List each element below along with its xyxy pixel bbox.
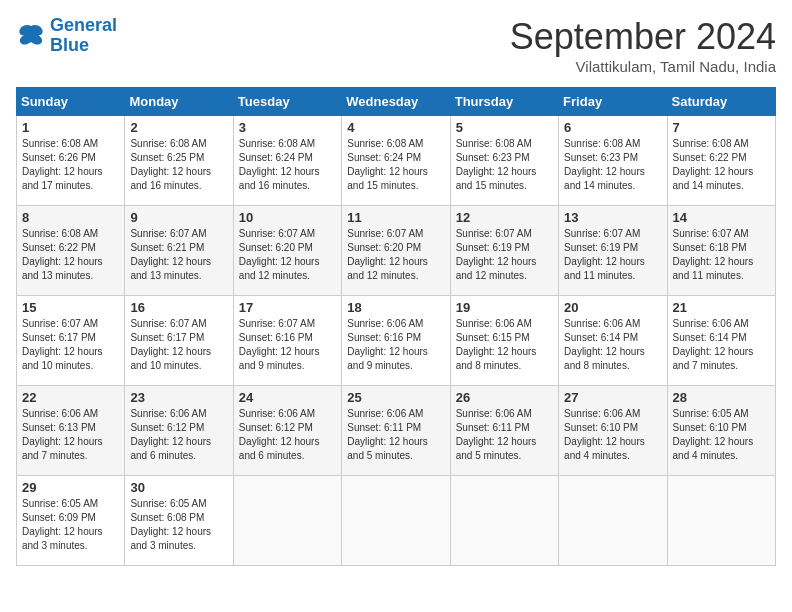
col-monday: Monday [125, 88, 233, 116]
day-number: 1 [22, 120, 119, 135]
table-row: 7Sunrise: 6:08 AM Sunset: 6:22 PM Daylig… [667, 116, 775, 206]
day-info: Sunrise: 6:08 AM Sunset: 6:23 PM Dayligh… [564, 137, 661, 193]
day-info: Sunrise: 6:06 AM Sunset: 6:15 PM Dayligh… [456, 317, 553, 373]
day-number: 13 [564, 210, 661, 225]
table-row: 27Sunrise: 6:06 AM Sunset: 6:10 PM Dayli… [559, 386, 667, 476]
location-subtitle: Vilattikulam, Tamil Nadu, India [510, 58, 776, 75]
table-row: 2Sunrise: 6:08 AM Sunset: 6:25 PM Daylig… [125, 116, 233, 206]
col-wednesday: Wednesday [342, 88, 450, 116]
table-row: 22Sunrise: 6:06 AM Sunset: 6:13 PM Dayli… [17, 386, 125, 476]
table-row: 26Sunrise: 6:06 AM Sunset: 6:11 PM Dayli… [450, 386, 558, 476]
col-saturday: Saturday [667, 88, 775, 116]
day-info: Sunrise: 6:07 AM Sunset: 6:16 PM Dayligh… [239, 317, 336, 373]
table-row: 14Sunrise: 6:07 AM Sunset: 6:18 PM Dayli… [667, 206, 775, 296]
day-info: Sunrise: 6:06 AM Sunset: 6:11 PM Dayligh… [456, 407, 553, 463]
day-number: 2 [130, 120, 227, 135]
day-info: Sunrise: 6:08 AM Sunset: 6:25 PM Dayligh… [130, 137, 227, 193]
day-number: 4 [347, 120, 444, 135]
table-row: 9Sunrise: 6:07 AM Sunset: 6:21 PM Daylig… [125, 206, 233, 296]
day-number: 18 [347, 300, 444, 315]
col-thursday: Thursday [450, 88, 558, 116]
table-row [450, 476, 558, 566]
day-info: Sunrise: 6:08 AM Sunset: 6:23 PM Dayligh… [456, 137, 553, 193]
table-row: 13Sunrise: 6:07 AM Sunset: 6:19 PM Dayli… [559, 206, 667, 296]
day-info: Sunrise: 6:07 AM Sunset: 6:21 PM Dayligh… [130, 227, 227, 283]
table-row: 11Sunrise: 6:07 AM Sunset: 6:20 PM Dayli… [342, 206, 450, 296]
calendar-week-row: 22Sunrise: 6:06 AM Sunset: 6:13 PM Dayli… [17, 386, 776, 476]
month-title: September 2024 [510, 16, 776, 58]
day-number: 19 [456, 300, 553, 315]
day-number: 14 [673, 210, 770, 225]
table-row: 17Sunrise: 6:07 AM Sunset: 6:16 PM Dayli… [233, 296, 341, 386]
day-info: Sunrise: 6:06 AM Sunset: 6:10 PM Dayligh… [564, 407, 661, 463]
day-info: Sunrise: 6:06 AM Sunset: 6:14 PM Dayligh… [564, 317, 661, 373]
day-number: 29 [22, 480, 119, 495]
calendar-week-row: 29Sunrise: 6:05 AM Sunset: 6:09 PM Dayli… [17, 476, 776, 566]
day-info: Sunrise: 6:06 AM Sunset: 6:16 PM Dayligh… [347, 317, 444, 373]
day-number: 17 [239, 300, 336, 315]
day-number: 7 [673, 120, 770, 135]
table-row: 6Sunrise: 6:08 AM Sunset: 6:23 PM Daylig… [559, 116, 667, 206]
day-number: 25 [347, 390, 444, 405]
calendar-header-row: Sunday Monday Tuesday Wednesday Thursday… [17, 88, 776, 116]
day-info: Sunrise: 6:07 AM Sunset: 6:17 PM Dayligh… [22, 317, 119, 373]
day-number: 3 [239, 120, 336, 135]
day-number: 22 [22, 390, 119, 405]
day-number: 9 [130, 210, 227, 225]
day-info: Sunrise: 6:06 AM Sunset: 6:14 PM Dayligh… [673, 317, 770, 373]
day-info: Sunrise: 6:07 AM Sunset: 6:19 PM Dayligh… [564, 227, 661, 283]
logo: General Blue [16, 16, 117, 56]
table-row: 18Sunrise: 6:06 AM Sunset: 6:16 PM Dayli… [342, 296, 450, 386]
day-number: 21 [673, 300, 770, 315]
table-row: 29Sunrise: 6:05 AM Sunset: 6:09 PM Dayli… [17, 476, 125, 566]
page-header: General Blue September 2024 Vilattikulam… [16, 16, 776, 75]
day-number: 12 [456, 210, 553, 225]
day-info: Sunrise: 6:07 AM Sunset: 6:20 PM Dayligh… [347, 227, 444, 283]
day-number: 11 [347, 210, 444, 225]
calendar-table: Sunday Monday Tuesday Wednesday Thursday… [16, 87, 776, 566]
day-info: Sunrise: 6:05 AM Sunset: 6:10 PM Dayligh… [673, 407, 770, 463]
table-row: 20Sunrise: 6:06 AM Sunset: 6:14 PM Dayli… [559, 296, 667, 386]
day-number: 15 [22, 300, 119, 315]
title-block: September 2024 Vilattikulam, Tamil Nadu,… [510, 16, 776, 75]
day-info: Sunrise: 6:08 AM Sunset: 6:24 PM Dayligh… [239, 137, 336, 193]
calendar-week-row: 1Sunrise: 6:08 AM Sunset: 6:26 PM Daylig… [17, 116, 776, 206]
table-row: 1Sunrise: 6:08 AM Sunset: 6:26 PM Daylig… [17, 116, 125, 206]
table-row: 23Sunrise: 6:06 AM Sunset: 6:12 PM Dayli… [125, 386, 233, 476]
day-info: Sunrise: 6:07 AM Sunset: 6:19 PM Dayligh… [456, 227, 553, 283]
day-info: Sunrise: 6:06 AM Sunset: 6:13 PM Dayligh… [22, 407, 119, 463]
table-row: 8Sunrise: 6:08 AM Sunset: 6:22 PM Daylig… [17, 206, 125, 296]
table-row: 4Sunrise: 6:08 AM Sunset: 6:24 PM Daylig… [342, 116, 450, 206]
day-number: 30 [130, 480, 227, 495]
day-number: 24 [239, 390, 336, 405]
table-row: 16Sunrise: 6:07 AM Sunset: 6:17 PM Dayli… [125, 296, 233, 386]
day-number: 10 [239, 210, 336, 225]
logo-text: General Blue [50, 16, 117, 56]
day-number: 27 [564, 390, 661, 405]
day-info: Sunrise: 6:05 AM Sunset: 6:08 PM Dayligh… [130, 497, 227, 553]
table-row: 25Sunrise: 6:06 AM Sunset: 6:11 PM Dayli… [342, 386, 450, 476]
day-info: Sunrise: 6:08 AM Sunset: 6:24 PM Dayligh… [347, 137, 444, 193]
col-friday: Friday [559, 88, 667, 116]
table-row [233, 476, 341, 566]
day-info: Sunrise: 6:07 AM Sunset: 6:18 PM Dayligh… [673, 227, 770, 283]
day-number: 16 [130, 300, 227, 315]
table-row: 12Sunrise: 6:07 AM Sunset: 6:19 PM Dayli… [450, 206, 558, 296]
day-number: 6 [564, 120, 661, 135]
day-info: Sunrise: 6:06 AM Sunset: 6:12 PM Dayligh… [239, 407, 336, 463]
table-row: 30Sunrise: 6:05 AM Sunset: 6:08 PM Dayli… [125, 476, 233, 566]
day-info: Sunrise: 6:06 AM Sunset: 6:11 PM Dayligh… [347, 407, 444, 463]
table-row [667, 476, 775, 566]
day-info: Sunrise: 6:05 AM Sunset: 6:09 PM Dayligh… [22, 497, 119, 553]
table-row: 19Sunrise: 6:06 AM Sunset: 6:15 PM Dayli… [450, 296, 558, 386]
calendar-week-row: 15Sunrise: 6:07 AM Sunset: 6:17 PM Dayli… [17, 296, 776, 386]
day-info: Sunrise: 6:06 AM Sunset: 6:12 PM Dayligh… [130, 407, 227, 463]
logo-icon [16, 22, 46, 50]
table-row: 15Sunrise: 6:07 AM Sunset: 6:17 PM Dayli… [17, 296, 125, 386]
table-row: 28Sunrise: 6:05 AM Sunset: 6:10 PM Dayli… [667, 386, 775, 476]
table-row: 5Sunrise: 6:08 AM Sunset: 6:23 PM Daylig… [450, 116, 558, 206]
table-row: 24Sunrise: 6:06 AM Sunset: 6:12 PM Dayli… [233, 386, 341, 476]
col-sunday: Sunday [17, 88, 125, 116]
col-tuesday: Tuesday [233, 88, 341, 116]
day-info: Sunrise: 6:08 AM Sunset: 6:22 PM Dayligh… [673, 137, 770, 193]
